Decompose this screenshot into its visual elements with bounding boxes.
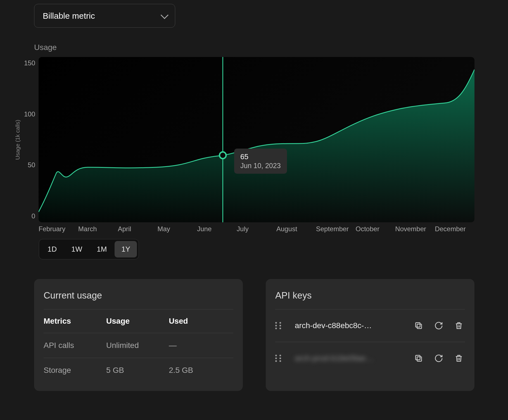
x-tick: November bbox=[395, 225, 435, 233]
y-tick: 0 bbox=[32, 212, 35, 220]
table-row: Storage 5 GB 2.5 GB bbox=[44, 358, 233, 383]
api-key-name: arch-dev-c88ebc8c-… bbox=[290, 321, 405, 330]
billable-metric-dropdown[interactable]: Billable metric bbox=[34, 4, 175, 28]
svg-rect-1 bbox=[416, 323, 420, 327]
range-1d-button[interactable]: 1D bbox=[41, 241, 63, 257]
chart-svg bbox=[39, 57, 474, 222]
x-tick: June bbox=[197, 225, 237, 233]
y-tick: 150 bbox=[24, 59, 35, 67]
dropdown-label: Billable metric bbox=[43, 11, 95, 21]
cell-metric: API calls bbox=[44, 333, 106, 358]
col-metrics: Metrics bbox=[44, 309, 106, 333]
card-title: Current usage bbox=[44, 290, 233, 309]
drag-handle-icon[interactable] bbox=[275, 322, 283, 329]
cell-used: — bbox=[169, 333, 233, 358]
col-used: Used bbox=[169, 309, 233, 333]
x-tick: September bbox=[316, 225, 356, 233]
api-key-row: arch-prod-b18e09ae… bbox=[275, 342, 465, 374]
chevron-down-icon bbox=[161, 11, 168, 19]
x-axis-ticks: February March April May June July Augus… bbox=[39, 222, 474, 233]
y-axis-ticks: 150 100 50 0 bbox=[22, 57, 39, 222]
chart-cursor-dot bbox=[220, 152, 226, 159]
refresh-icon[interactable] bbox=[433, 352, 445, 364]
current-usage-card: Current usage Metrics Usage Used API cal… bbox=[34, 279, 243, 391]
y-axis-label-wrap: Usage (1k calls) bbox=[14, 57, 22, 222]
range-1y-button[interactable]: 1Y bbox=[115, 241, 137, 257]
range-1w-button[interactable]: 1W bbox=[65, 241, 89, 257]
col-usage: Usage bbox=[106, 309, 169, 333]
refresh-icon[interactable] bbox=[433, 319, 445, 332]
x-tick: March bbox=[78, 225, 118, 233]
copy-icon[interactable] bbox=[412, 352, 425, 364]
card-title: API keys bbox=[275, 290, 465, 309]
api-key-name: arch-prod-b18e09ae… bbox=[290, 354, 405, 363]
cell-usage: Unlimited bbox=[106, 333, 169, 358]
chart-title: Usage bbox=[34, 43, 474, 52]
y-tick: 50 bbox=[28, 161, 35, 169]
trash-icon[interactable] bbox=[453, 352, 465, 364]
svg-rect-0 bbox=[417, 324, 422, 329]
trash-icon[interactable] bbox=[453, 319, 465, 332]
cell-metric: Storage bbox=[44, 358, 106, 383]
x-tick: August bbox=[276, 225, 316, 233]
usage-chart-section: Usage Usage (1k calls) 150 100 50 0 bbox=[14, 43, 474, 259]
x-tick: April bbox=[118, 225, 158, 233]
y-axis-label: Usage (1k calls) bbox=[15, 120, 21, 159]
time-range-selector: 1D 1W 1M 1Y bbox=[39, 239, 139, 259]
x-tick: July bbox=[237, 225, 276, 233]
drag-handle-icon[interactable] bbox=[275, 355, 283, 362]
cell-used: 2.5 GB bbox=[169, 358, 233, 383]
cell-usage: 5 GB bbox=[106, 358, 169, 383]
x-tick: February bbox=[39, 225, 78, 233]
x-tick: May bbox=[157, 225, 197, 233]
svg-rect-2 bbox=[417, 357, 422, 361]
api-key-row: arch-dev-c88ebc8c-… bbox=[275, 309, 465, 342]
x-tick: October bbox=[356, 225, 395, 233]
x-tick: December bbox=[435, 225, 474, 233]
y-tick: 100 bbox=[24, 110, 35, 118]
copy-icon[interactable] bbox=[412, 319, 425, 332]
table-row: API calls Unlimited — bbox=[44, 333, 233, 358]
api-keys-card: API keys arch-dev-c88ebc8c-… arch-prod-b… bbox=[266, 279, 474, 391]
chart-plot-area[interactable]: 65 Jun 10, 2023 bbox=[39, 57, 474, 222]
svg-rect-3 bbox=[416, 355, 420, 360]
range-1m-button[interactable]: 1M bbox=[90, 241, 113, 257]
usage-table: Metrics Usage Used API calls Unlimited —… bbox=[44, 309, 233, 383]
